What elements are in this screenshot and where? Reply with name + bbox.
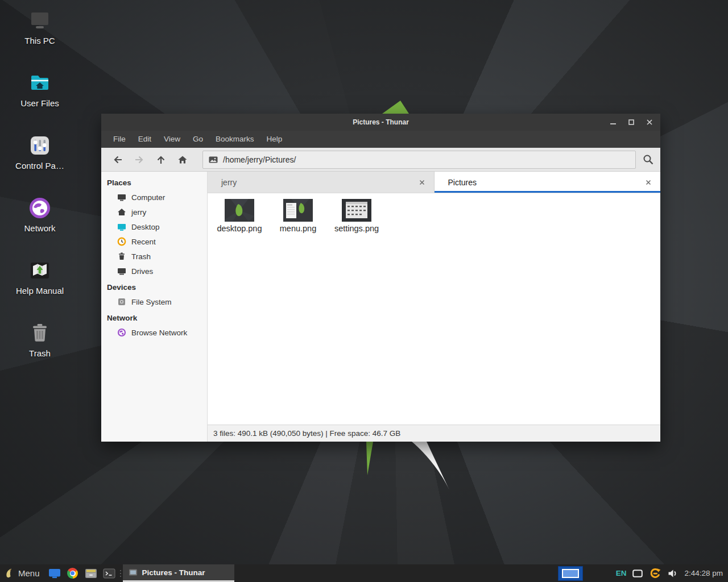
desktop-icon-this-pc[interactable]: This PC xyxy=(0,8,80,67)
sidebar-item-browse-network[interactable]: Browse Network xyxy=(101,325,207,340)
blue-display-icon xyxy=(48,568,61,579)
network-globe-icon xyxy=(27,196,52,221)
sidebar-item-jerry[interactable]: jerry xyxy=(101,205,207,219)
sidebar-item-label: Trash xyxy=(131,252,151,261)
launcher-show-desktop[interactable] xyxy=(48,564,61,582)
sidebar-item-label: Drives xyxy=(131,267,153,276)
sidebar-item-label: Recent xyxy=(131,238,156,246)
menu-bookmarks[interactable]: Bookmarks xyxy=(209,131,260,148)
sidebar-item-label: File System xyxy=(131,298,172,306)
back-button[interactable] xyxy=(107,150,129,169)
active-tab-indicator xyxy=(435,191,661,193)
keyboard-layout-indicator[interactable]: EN xyxy=(616,569,627,577)
file-desktop-png[interactable]: desktop.png xyxy=(212,199,267,233)
desktop-icon-help-manual[interactable]: Help Manual xyxy=(0,258,80,317)
drive-icon xyxy=(117,267,126,276)
desktop-icon-label: Network xyxy=(0,223,80,233)
clock-icon xyxy=(117,237,126,246)
sidebar: Places Computer jerry Desktop Recent Tra… xyxy=(101,172,208,442)
menu-edit[interactable]: Edit xyxy=(132,131,158,148)
desktop-icon-label: Trash xyxy=(0,348,80,358)
start-menu-button[interactable]: Menu xyxy=(0,564,46,582)
close-icon xyxy=(646,119,653,126)
sidebar-item-drives[interactable]: Drives xyxy=(101,264,207,278)
display-settings-tray-icon[interactable] xyxy=(632,569,643,577)
task-button-label: Pictures - Thunar xyxy=(142,568,205,577)
tab-close-button[interactable] xyxy=(417,177,427,188)
desktop-icon-user-files[interactable]: User Files xyxy=(0,70,80,130)
sidebar-item-desktop[interactable]: Desktop xyxy=(101,219,207,234)
menu-go[interactable]: Go xyxy=(187,131,209,148)
thunar-task-icon xyxy=(129,568,138,576)
desktop-icon-control-panel[interactable]: Control Pa… xyxy=(0,133,80,192)
sidebar-header-places: Places xyxy=(101,174,207,190)
desktop-icon-network[interactable]: Network xyxy=(0,196,80,255)
desktop-icon-trash[interactable]: Trash xyxy=(0,321,80,380)
trash-icon xyxy=(117,252,126,261)
sidebar-item-trash[interactable]: Trash xyxy=(101,249,207,264)
tab-pictures[interactable]: Pictures xyxy=(435,172,661,193)
search-button[interactable] xyxy=(636,148,660,171)
sidebar-item-computer[interactable]: Computer xyxy=(101,190,207,205)
launcher-chrome[interactable] xyxy=(66,564,80,582)
tab-close-button[interactable] xyxy=(643,177,653,188)
desktop-icon-label: Help Manual xyxy=(0,286,80,296)
close-icon xyxy=(646,180,651,185)
thumbnail-menu xyxy=(283,199,313,222)
sidebar-header-network: Network xyxy=(101,309,207,325)
forward-icon xyxy=(134,155,144,165)
desktop-icon xyxy=(117,222,126,231)
titlebar[interactable]: Pictures - Thunar xyxy=(101,114,660,131)
trash-icon xyxy=(27,321,52,346)
menu-view[interactable]: View xyxy=(158,131,187,148)
task-button-thunar[interactable]: Pictures - Thunar xyxy=(123,564,234,582)
thumbnail-settings xyxy=(342,199,371,222)
launcher-terminal[interactable] xyxy=(102,564,116,582)
thunar-window: Pictures - Thunar File Edit View Go Book… xyxy=(101,114,660,442)
tab-label: Pictures xyxy=(448,178,477,187)
file-name: desktop.png xyxy=(212,224,267,233)
launcher-file-manager[interactable] xyxy=(84,564,98,582)
taskbar: Menu Pictures - Thunar xyxy=(0,564,728,582)
chrome-icon xyxy=(67,568,78,579)
home-folder-icon xyxy=(27,70,52,95)
back-icon xyxy=(113,155,123,165)
network-globe-icon xyxy=(117,328,126,337)
home-icon xyxy=(117,207,126,217)
window-title: Pictures - Thunar xyxy=(101,114,660,131)
up-icon xyxy=(156,155,166,165)
menu-file[interactable]: File xyxy=(107,131,132,148)
update-manager-icon[interactable] xyxy=(649,567,661,580)
help-manual-icon xyxy=(27,258,52,283)
workspace-active[interactable] xyxy=(562,569,579,578)
home-icon xyxy=(177,155,188,165)
up-button[interactable] xyxy=(150,150,172,169)
clock[interactable]: 2:44:28 pm xyxy=(684,569,723,577)
menubar: File Edit View Go Bookmarks Help xyxy=(101,131,660,148)
home-button[interactable] xyxy=(172,150,193,169)
sidebar-item-recent[interactable]: Recent xyxy=(101,234,207,249)
harddisk-icon xyxy=(117,297,126,306)
start-menu-label: Menu xyxy=(18,568,40,578)
minimize-button[interactable] xyxy=(608,117,618,127)
tasklist-handle[interactable] xyxy=(118,564,123,582)
sidebar-item-label: Browse Network xyxy=(131,329,187,337)
image-file-icon xyxy=(209,156,218,164)
file-menu-png[interactable]: menu.png xyxy=(271,199,325,233)
file-settings-png[interactable]: settings.png xyxy=(329,199,384,233)
file-view[interactable]: desktop.png menu.png xyxy=(208,193,660,425)
close-button[interactable] xyxy=(644,117,655,127)
status-bar: 3 files: 490.1 kB (490,050 bytes) | Free… xyxy=(208,425,660,442)
forward-button[interactable] xyxy=(129,150,150,169)
maximize-button[interactable] xyxy=(626,117,636,127)
menu-help[interactable]: Help xyxy=(260,131,289,148)
sidebar-item-file-system[interactable]: File System xyxy=(101,294,207,309)
path-bar[interactable]: /home/jerry/Pictures/ xyxy=(202,151,636,169)
sidebar-item-label: jerry xyxy=(131,208,146,217)
workspace-switcher[interactable] xyxy=(558,566,583,581)
sidebar-item-label: Computer xyxy=(131,193,165,202)
mint-logo-icon xyxy=(5,568,14,579)
tab-jerry[interactable]: jerry xyxy=(208,172,435,193)
desktop-icon-label: Control Pa… xyxy=(0,161,80,171)
volume-icon[interactable] xyxy=(668,569,678,578)
